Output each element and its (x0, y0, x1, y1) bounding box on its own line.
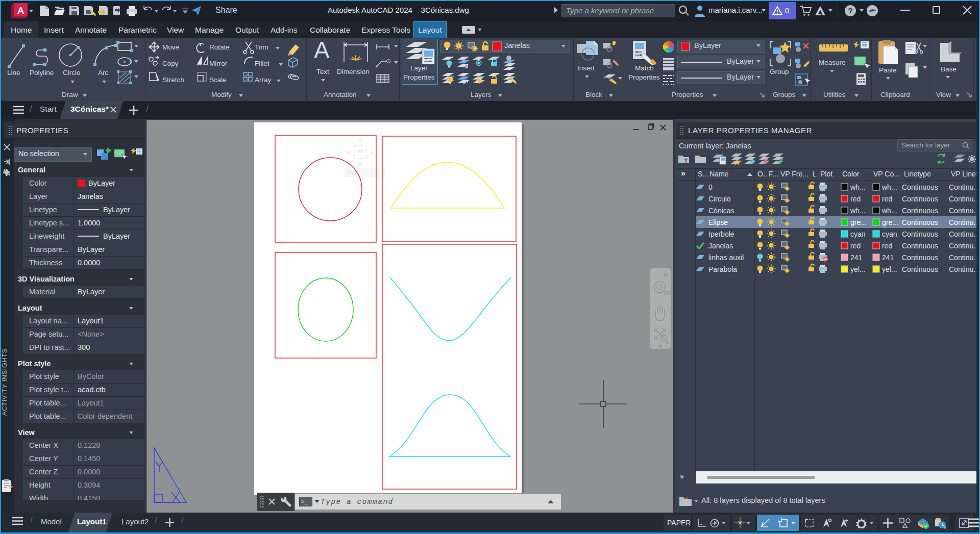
svg-text:E: E (371, 150, 373, 155)
svg-text:A: A (17, 5, 24, 16)
svg-text:W: W (347, 150, 351, 155)
svg-text:S: S (359, 162, 361, 167)
svg-text:100: 100 (357, 149, 363, 153)
svg-text:?: ? (848, 6, 852, 15)
svg-text:N: N (359, 138, 362, 142)
svg-text:2D: 2D (664, 290, 671, 296)
